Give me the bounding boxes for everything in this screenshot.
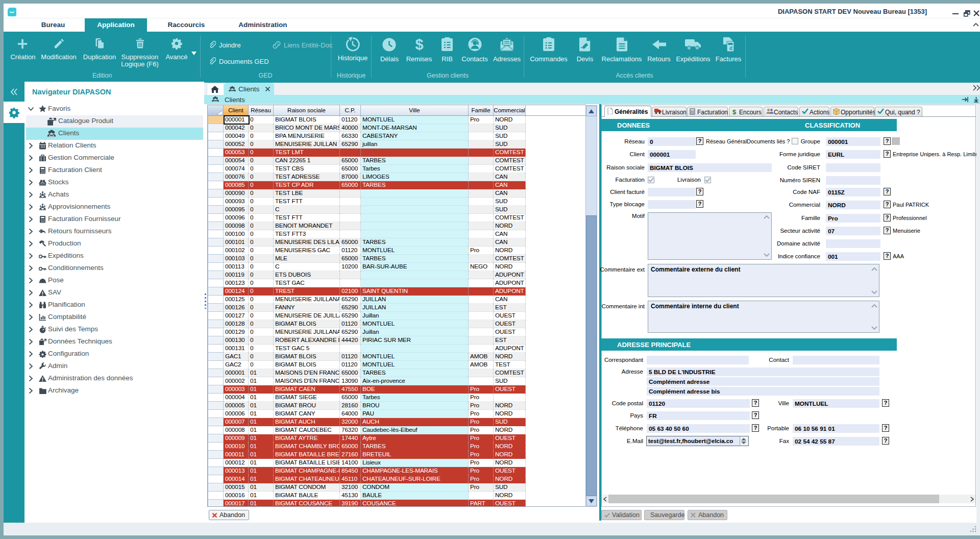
svg-text:€: € — [729, 46, 732, 51]
svg-text:$: $ — [415, 37, 423, 53]
svg-text:$: $ — [732, 108, 737, 115]
